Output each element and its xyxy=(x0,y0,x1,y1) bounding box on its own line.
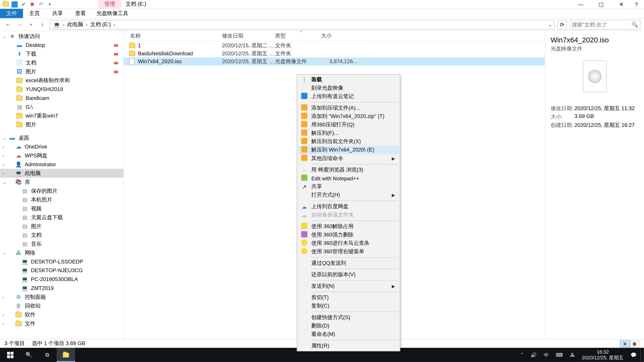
ctx-extract-here[interactable]: 解压到当前文件夹(X) xyxy=(298,137,399,146)
breadcrumb-docs-e[interactable]: 文档 (E:) xyxy=(88,21,112,28)
file-row-selected[interactable]: Win7x64_2020.iso 2020/12/25, 星期五 1... 光盘… xyxy=(124,57,545,65)
tree-camera-roll[interactable]: ▤本机照片 xyxy=(0,195,124,204)
ctx-send-to[interactable]: 发送到(N)▶ xyxy=(298,282,399,290)
address-dropdown-icon[interactable]: ⌄ xyxy=(548,21,552,28)
tree-desktop-root[interactable]: ⌄▬桌面 xyxy=(0,133,124,142)
action-center-button[interactable]: 💬 xyxy=(627,348,640,362)
ctx-add-archive[interactable]: 添加到压缩文件(A)... xyxy=(298,104,399,112)
tree-onedrive[interactable]: ›☁OneDrive xyxy=(0,142,124,151)
ctx-youdao-upload[interactable]: 上传到有道云笔记 xyxy=(298,92,399,101)
search-input[interactable] xyxy=(572,21,630,28)
help-button[interactable]: ? xyxy=(632,0,641,8)
nav-forward-button[interactable]: → xyxy=(15,20,24,29)
file-explorer-taskbar-button[interactable] xyxy=(57,348,75,362)
ctx-other-compress[interactable]: 其他压缩命令▶ xyxy=(298,154,399,163)
tree-documents[interactable]: 📄文档📌 xyxy=(0,58,124,67)
ctx-properties[interactable]: 属性(R) xyxy=(298,342,399,350)
volume-icon[interactable]: 🔊 xyxy=(527,348,540,362)
qat-open-icon[interactable] xyxy=(10,1,18,8)
nav-up-button[interactable]: ↑ xyxy=(38,20,47,29)
tree-drive-g[interactable]: ▤G:\ xyxy=(0,103,124,111)
ctx-360-unlock[interactable]: 使用 360解除占用 xyxy=(298,222,399,231)
ctx-add-zip[interactable]: 添加到 "Win7x64_2020.zip" (T) xyxy=(298,112,399,121)
tree-videos[interactable]: ▤视频 xyxy=(0,204,124,213)
view-details-button[interactable]: ≣ xyxy=(620,340,630,347)
ctx-cut[interactable]: 剪切(T) xyxy=(298,294,399,302)
tree-recycle-bin[interactable]: 🗑回收站 xyxy=(0,301,124,310)
tray-overflow-button[interactable]: ˄ xyxy=(518,348,527,362)
tree-skycloud[interactable]: ▤天翼云盘下载 xyxy=(0,213,124,222)
ctx-honey-browser[interactable]: ◦用 蜂蜜浏览器 浏览(3) xyxy=(298,166,399,174)
ctx-360-force-delete[interactable]: 使用 360强力删除 xyxy=(298,231,399,239)
ctx-360-manage-menu[interactable]: 使用 360管理右键菜单 xyxy=(298,248,399,256)
tree-network-pc3[interactable]: 💻PC-20190530OBLA xyxy=(0,275,124,284)
network-icon[interactable]: 🖧 xyxy=(566,348,578,362)
breadcrumb-root-icon[interactable]: 💻 xyxy=(52,21,62,28)
ctx-notepadpp[interactable]: Edit with Notepad++ xyxy=(298,174,399,183)
ribbon-tab-share[interactable]: 共享 xyxy=(46,9,69,18)
refresh-button[interactable]: ⟳ xyxy=(557,19,567,29)
column-type[interactable]: 类型 xyxy=(275,32,321,40)
file-row[interactable]: 1 2020/12/15, 星期二 1... 文件夹 xyxy=(124,41,545,49)
tree-network-pc4[interactable]: 💻ZMT2019 xyxy=(0,284,124,293)
ctx-extract-named[interactable]: 解压到 Win7x64_2020\ (E) xyxy=(298,146,399,154)
ctx-open-360zip[interactable]: 用360压缩打开(Q) xyxy=(298,121,399,129)
tree-network-pc1[interactable]: 💻DESKTOP-LSSOEDP xyxy=(0,257,124,266)
search-icon[interactable]: 🔍 xyxy=(632,21,638,28)
chevron-right-icon[interactable]: › xyxy=(86,21,88,28)
column-name[interactable]: 名称 xyxy=(124,32,222,40)
tree-pictures[interactable]: 🖼图片📌 xyxy=(0,67,124,76)
tree-yunqishi[interactable]: YUNQISHI2019 xyxy=(0,85,124,94)
task-view-button[interactable]: ⧉ xyxy=(38,348,57,362)
column-headers[interactable]: ˄ 名称 修改日期 类型 大小 xyxy=(124,31,545,41)
tree-libraries[interactable]: ⌄📚库 xyxy=(0,178,124,187)
tree-network[interactable]: ⌄🖧网络 xyxy=(0,248,124,257)
ctx-copy[interactable]: 复制(C) xyxy=(298,302,399,310)
tree-lib-music[interactable]: ▤音乐 xyxy=(0,240,124,248)
column-date[interactable]: 修改日期 xyxy=(222,32,275,40)
breadcrumb[interactable]: 💻 › 此电脑 › 文档 (E:) › ⌄ xyxy=(50,19,554,29)
contextual-tab-manage[interactable]: 管理 xyxy=(98,0,121,9)
ctx-qq-send[interactable]: 通过QQ发送到 xyxy=(298,259,399,267)
tree-bandicam[interactable]: Bandicam xyxy=(0,94,124,103)
ribbon-tab-disc-tools[interactable]: 光盘映像工具 xyxy=(92,9,133,18)
tree-software[interactable]: ›软件 xyxy=(0,310,124,319)
tree-excel-folder[interactable]: excel表格制作求和 xyxy=(0,76,124,85)
ctx-mount[interactable]: 装载 xyxy=(298,76,399,84)
qat-close-icon[interactable]: ✖ xyxy=(28,1,36,8)
qat-undo-icon[interactable]: ↶ xyxy=(37,1,45,8)
ctx-extract-to[interactable]: 解压到(F)... xyxy=(298,129,399,137)
qat-dropdown-icon[interactable]: ▾ xyxy=(46,1,54,8)
ctx-create-shortcut[interactable]: 创建快捷方式(S) xyxy=(298,313,399,322)
breadcrumb-this-pc[interactable]: 此电脑 xyxy=(66,21,85,28)
qat-save-icon[interactable]: ✔ xyxy=(20,1,27,8)
chevron-right-icon[interactable]: › xyxy=(63,21,64,28)
ctx-baidu-upload[interactable]: ☁上传到百度网盘 xyxy=(298,202,399,211)
ctx-burn[interactable]: 刻录光盘映像 xyxy=(298,84,399,92)
close-button[interactable]: ✕ xyxy=(611,0,632,8)
tree-downloads[interactable]: ⬇下载📌 xyxy=(0,49,124,58)
search-box[interactable]: 🔍 xyxy=(570,19,640,29)
tree-this-pc[interactable]: ›💻此电脑 xyxy=(0,169,124,178)
tree-quick-access[interactable]: ⌄★快速访问 xyxy=(0,32,124,41)
tree-lib-docs[interactable]: ▤文档 xyxy=(0,231,124,240)
view-large-icons-button[interactable]: ▦ xyxy=(630,340,640,347)
minimize-button[interactable]: — xyxy=(570,0,591,8)
start-button[interactable] xyxy=(1,348,20,362)
show-desktop-button[interactable] xyxy=(640,348,643,362)
tree-pictures2[interactable]: 图片 xyxy=(0,120,124,129)
tree-desktop[interactable]: ▬Desktop📌 xyxy=(0,41,124,50)
tree-lib-pictures[interactable]: ▤图片 xyxy=(0,222,124,231)
tree-administrator[interactable]: ›👤Administrator xyxy=(0,160,124,169)
ribbon-tab-view[interactable]: 查看 xyxy=(69,9,92,18)
tree-network-pc2[interactable]: 💻DESKTOP-NJEU3CG xyxy=(0,266,124,275)
taskbar-clock[interactable]: 16:32 2020/12/25, 星期五 xyxy=(578,349,627,361)
ctx-open-with[interactable]: 打开方式(H)▶ xyxy=(298,191,399,199)
keyboard-icon[interactable]: ⌨ xyxy=(552,348,566,362)
maximize-button[interactable]: ▢ xyxy=(591,0,611,8)
ctx-delete[interactable]: 删除(D) xyxy=(298,322,399,330)
tree-win7-folder[interactable]: win7重装win7 xyxy=(0,111,124,120)
nav-history-dropdown[interactable]: ▾ xyxy=(26,20,36,29)
column-size[interactable]: 大小 xyxy=(321,32,360,40)
nav-back-button[interactable]: ← xyxy=(4,20,12,29)
